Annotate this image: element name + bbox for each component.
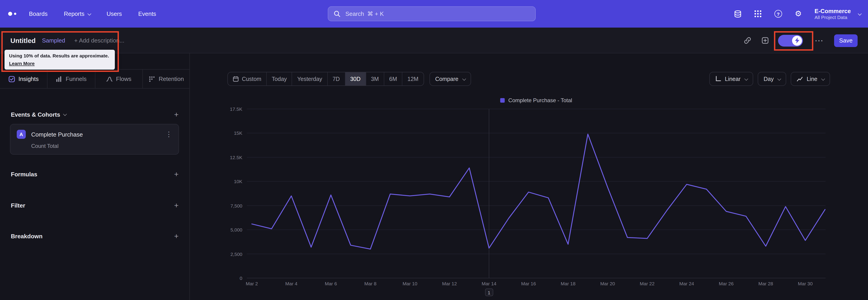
- event-card[interactable]: A Complete Purchase ⋮ Count Total: [10, 124, 179, 155]
- date-range-12m[interactable]: 12M: [402, 72, 424, 86]
- y-axis-label: 2,500: [230, 251, 242, 257]
- data-icon[interactable]: [734, 10, 742, 18]
- chart-options-toolbar: Linear Day Line: [710, 72, 830, 86]
- copy-link-icon[interactable]: [744, 37, 751, 44]
- top-nav: Boards Reports Users Events ? ⚙ E-Commer…: [0, 0, 868, 28]
- date-range-picker: Custom Today Yesterday 7D 30D 3M 6M 12M: [227, 72, 424, 86]
- event-menu-icon[interactable]: ⋮: [165, 130, 172, 138]
- formulas-section: Formulas +: [11, 170, 179, 179]
- tab-flows[interactable]: Flows: [95, 70, 143, 88]
- sampling-toggle[interactable]: [778, 35, 803, 46]
- date-range-30d[interactable]: 30D: [345, 72, 366, 86]
- date-range-6m[interactable]: 6M: [384, 72, 402, 86]
- x-axis-label: Mar 22: [640, 281, 654, 286]
- nav-events[interactable]: Events: [138, 10, 156, 17]
- report-title[interactable]: Untitled: [10, 36, 36, 44]
- event-aggregation[interactable]: Count Total: [31, 143, 172, 149]
- x-axis-label: Mar 8: [364, 281, 377, 286]
- y-axis-label: 5,000: [230, 227, 242, 233]
- sidebar: Insights Funnels Flows Retention Events …: [0, 53, 190, 300]
- annotation-marker[interactable]: 1: [485, 289, 493, 296]
- x-axis-label: Mar 26: [719, 281, 734, 286]
- compare-label: Compare: [435, 76, 458, 82]
- add-breakdown-button[interactable]: +: [174, 232, 179, 240]
- add-filter-button[interactable]: +: [174, 202, 179, 209]
- nav-boards[interactable]: Boards: [29, 10, 48, 17]
- date-range-custom-label: Custom: [242, 76, 261, 82]
- ellipsis-glyph: ⋯: [815, 36, 823, 44]
- x-axis-label: Mar 4: [285, 281, 298, 286]
- tab-funnels[interactable]: Funnels: [48, 70, 95, 88]
- nav-users[interactable]: Users: [106, 10, 122, 17]
- y-axis: 02,5005,0007,50010K12.5K15K17.5K: [199, 0, 242, 300]
- line-chart[interactable]: [247, 109, 826, 278]
- retention-icon: [149, 76, 155, 82]
- sampled-badge[interactable]: Sampled: [42, 37, 65, 43]
- events-cohorts-label-wrap[interactable]: Events & Cohorts: [11, 111, 66, 118]
- x-axis-label: Mar 30: [798, 281, 813, 286]
- tab-insights[interactable]: Insights: [0, 70, 48, 88]
- add-to-board-icon[interactable]: [761, 37, 769, 44]
- help-icon[interactable]: ?: [774, 10, 782, 18]
- report-type-tabs: Insights Funnels Flows Retention: [0, 69, 190, 89]
- interval-selector[interactable]: Day: [758, 72, 786, 86]
- event-letter-badge: A: [17, 130, 26, 139]
- y-axis-label: 17.5K: [230, 106, 242, 112]
- chevron-down-icon: [744, 77, 748, 81]
- search-bar[interactable]: [328, 6, 536, 21]
- date-range-today[interactable]: Today: [266, 72, 292, 86]
- report-header-actions: ⋯ Save: [744, 28, 858, 53]
- tab-retention[interactable]: Retention: [143, 70, 190, 88]
- add-formula-button[interactable]: +: [174, 170, 179, 178]
- x-axis-label: Mar 16: [521, 281, 536, 286]
- event-card-row: A Complete Purchase ⋮: [17, 130, 172, 139]
- date-range-yesterday[interactable]: Yesterday: [292, 72, 327, 86]
- learn-more-link[interactable]: Learn More: [9, 60, 35, 66]
- events-cohorts-header: Events & Cohorts +: [11, 110, 179, 119]
- project-scope: All Project Data: [815, 14, 851, 20]
- sampling-tooltip: Using 10% of data. Results are approxima…: [4, 50, 115, 70]
- tab-retention-label: Retention: [159, 76, 184, 82]
- save-button[interactable]: Save: [834, 34, 858, 47]
- x-axis-label: Mar 14: [482, 281, 496, 286]
- add-event-button[interactable]: +: [174, 111, 179, 118]
- gear-icon[interactable]: ⚙: [794, 10, 802, 18]
- chart-legend[interactable]: Complete Purchase - Total: [500, 97, 572, 103]
- mixpanel-logo[interactable]: [8, 11, 22, 17]
- compare-button[interactable]: Compare: [429, 72, 471, 86]
- toggle-knob: [792, 35, 802, 46]
- project-switcher[interactable]: E-Commerce All Project Data: [815, 7, 861, 20]
- filter-label: Filter: [11, 202, 25, 209]
- chart-type-selector[interactable]: Line: [791, 72, 830, 86]
- search-input[interactable]: [344, 10, 530, 18]
- x-axis-label: Mar 28: [758, 281, 773, 286]
- apps-grid-icon[interactable]: [754, 10, 762, 18]
- tab-funnels-label: Funnels: [66, 76, 87, 82]
- y-axis-label: 7,500: [230, 202, 242, 209]
- funnels-icon: [56, 76, 62, 82]
- chevron-down-icon: [87, 11, 91, 16]
- more-options-icon[interactable]: ⋯: [815, 36, 823, 44]
- flows-icon: [106, 76, 112, 82]
- report-header: Untitled Sampled + Add description... ⋯ …: [0, 28, 868, 53]
- x-axis-label: Mar 6: [325, 281, 337, 286]
- date-range-7d[interactable]: 7D: [327, 72, 345, 86]
- breakdown-label: Breakdown: [11, 233, 42, 239]
- nav-links: Boards Reports Users Events: [29, 0, 156, 28]
- x-axis-label: Mar 20: [600, 281, 615, 286]
- add-description[interactable]: + Add description...: [74, 37, 124, 43]
- axis-icon: [715, 76, 721, 82]
- gear-glyph: ⚙: [795, 10, 802, 18]
- legend-swatch: [500, 98, 505, 102]
- date-range-3m[interactable]: 3M: [366, 72, 384, 86]
- y-axis-label: 0: [240, 275, 242, 281]
- formulas-label: Formulas: [11, 171, 37, 177]
- date-toolbar: Custom Today Yesterday 7D 30D 3M 6M 12M …: [227, 72, 471, 86]
- y-axis-label: 12.5K: [230, 154, 242, 160]
- nav-reports[interactable]: Reports: [64, 10, 90, 17]
- app-root: Boards Reports Users Events ? ⚙ E-Commer…: [0, 0, 868, 300]
- scale-selector[interactable]: Linear: [710, 72, 753, 86]
- event-name: Complete Purchase: [31, 131, 83, 138]
- chevron-down-icon: [858, 11, 862, 16]
- x-axis-label: Mar 24: [679, 281, 694, 286]
